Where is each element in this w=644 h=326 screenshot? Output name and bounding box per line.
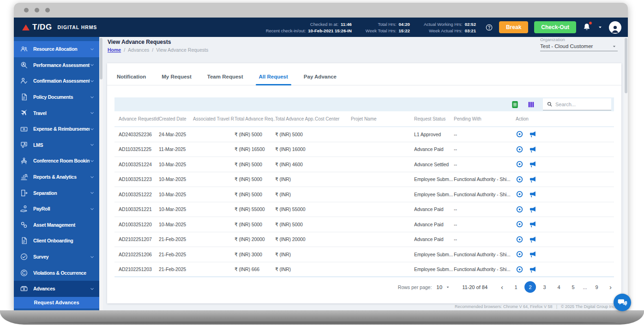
chevron-down-icon [90,158,95,163]
cell: Employee Subm... [414,266,454,272]
view-icon[interactable] [516,175,524,183]
sidebar-item-travel[interactable]: Travel [14,105,99,121]
chevron-down-icon [90,206,95,211]
previous-page-button[interactable]: ‹ [499,284,506,290]
breadcrumb: Home / Advances / View Advance Requests [108,47,208,53]
footer-browsers-text: Recommended browsers: Chrome V 64, Firef… [455,304,553,309]
cell: 10-Mar-2025 [159,162,193,167]
user-avatar[interactable] [609,21,621,34]
page-button-5[interactable]: 5 [567,281,579,293]
tab-my-request[interactable]: My Request [154,69,199,85]
export-excel-icon[interactable] [511,100,519,109]
page-button-4[interactable]: 4 [553,281,565,293]
sidebar-item-performance-assessment[interactable]: Performance Assessment [14,57,99,73]
sidebar-subitem-request-advances[interactable]: Request Advances [14,297,99,308]
sidebar-item-confirmation-assessment[interactable]: Confirmation Assessment [14,73,99,89]
sidebar-item-payroll[interactable]: PayRoll [14,201,99,217]
footer-copyright: © 2025 The Digital Group Inc. [561,304,616,309]
sidebar-item-conference-room-booking[interactable]: Conference Room Booking [14,153,99,169]
page-button-3[interactable]: 3 [539,281,550,293]
next-page-button[interactable]: › [607,284,614,290]
stat-value: 03:21 [465,28,476,33]
tab-team-request[interactable]: Team Request [199,69,251,85]
view-icon[interactable] [516,205,524,213]
break-button[interactable]: Break [499,21,528,33]
sidebar-item-violations-occurrence[interactable]: Violations & Occurrence [14,265,99,281]
breadcrumb-current: View Advance Requests [156,47,208,53]
breadcrumb-separator: / [124,47,125,53]
announcement-icon[interactable] [529,130,536,138]
tab-all-request[interactable]: All Request [251,69,296,85]
view-icon[interactable] [516,266,524,273]
sidebar-item-label: Policy Documents [33,94,90,100]
sidebar-item-advances[interactable]: Advances [14,281,99,297]
view-icon[interactable] [516,220,524,228]
announcement-icon[interactable] [529,160,536,168]
violations-icon [20,269,28,277]
announcement-icon[interactable] [529,250,536,258]
chevron-down-icon [90,95,95,100]
policy-documents-icon [20,93,28,101]
checkout-button[interactable]: Check-Out [534,21,576,33]
breadcrumb-home-link[interactable]: Home [108,47,121,53]
sidebar-item-policy-documents[interactable]: Policy Documents [14,89,99,105]
stat-value: 04:20 [399,22,410,27]
notification-bell-icon[interactable] [582,23,591,32]
view-icon[interactable] [516,160,524,168]
sidebar-item-expense-reimbursement[interactable]: Expense & Reimbursement [14,121,99,137]
page-button-2[interactable]: 2 [524,281,536,293]
column-settings-icon[interactable] [527,100,536,109]
cell: AD2102251203 [114,266,159,272]
sidebar-item-separation[interactable]: Separation [14,185,99,201]
cell: ₹ (INR) 5000 [235,162,275,167]
search-input[interactable] [555,102,608,107]
tab-notification[interactable]: Notification [109,69,154,85]
chevron-down-icon [90,142,95,147]
organization-select[interactable]: Organization Test - Cloud Customer [540,37,618,51]
cell: AD2102251206 [114,252,159,257]
chat-fab-button[interactable] [614,294,631,311]
content-scrollbar[interactable] [624,37,628,310]
cell: ₹ (INR) 5000 [235,222,275,227]
search-box[interactable] [543,98,611,110]
sidebar-item-lms[interactable]: LMS [14,137,99,153]
cell: 10-Mar-2025 [159,176,193,182]
separation-icon [20,189,28,197]
page-button-9[interactable]: 9 [591,281,602,293]
cell: ₹ (INR) 3000 [235,252,275,257]
sidebar-item-label: Separation [33,190,90,196]
announcement-icon[interactable] [529,145,536,153]
view-icon[interactable] [516,145,524,153]
announcement-icon[interactable] [529,235,536,243]
lms-icon [20,141,28,149]
sidebar-item-resource-allocation[interactable]: Resource Allocation [14,41,99,57]
sidebar-item-client-onboarding[interactable]: Client Onboarding [14,233,99,249]
view-icon[interactable] [516,250,524,258]
chevron-down-icon [90,190,95,195]
announcement-icon[interactable] [529,190,536,198]
rows-per-page-select[interactable]: 10 [436,284,450,290]
cell-action [516,190,614,198]
sidebar-item-asset-management[interactable]: Asset Management [14,217,99,233]
cell: Advance Paid [414,236,454,242]
announcement-icon[interactable] [529,205,536,213]
view-icon[interactable] [516,190,524,198]
page-button-1[interactable]: 1 [510,281,522,293]
asset-icon [20,221,28,229]
sidebar-item-reports-analytics[interactable]: Reports & Analytics [14,169,99,185]
cell: Functional Authority - Shi... [454,266,516,272]
chat-icon [617,297,628,308]
chevron-down-icon [90,254,95,260]
help-icon[interactable] [485,24,493,31]
sidebar-scrollbar[interactable] [99,37,103,310]
view-icon[interactable] [516,235,524,243]
view-icon[interactable] [516,130,524,138]
cell-action [516,145,614,153]
laptop-base [0,310,644,325]
announcement-icon[interactable] [529,175,536,183]
profile-caret-icon[interactable] [597,24,603,30]
announcement-icon[interactable] [529,266,536,273]
tab-pay-advance[interactable]: Pay Advance [296,69,344,85]
announcement-icon[interactable] [529,220,536,228]
sidebar-item-survey[interactable]: Survey [14,249,99,265]
